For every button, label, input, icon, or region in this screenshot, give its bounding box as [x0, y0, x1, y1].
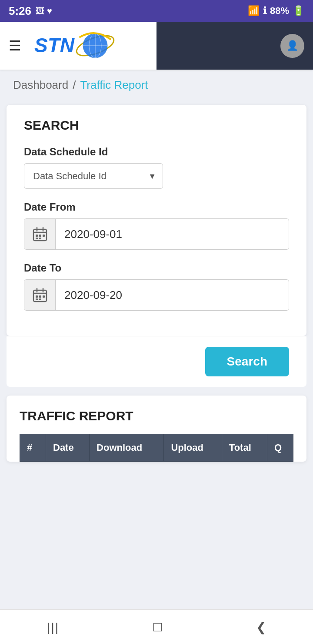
battery-icon: 🔋: [293, 5, 304, 17]
signal-icon: ℹ: [263, 5, 266, 17]
calendar-to-icon[interactable]: [24, 280, 56, 310]
date-to-group: Date To 2020-09-20: [24, 262, 289, 311]
col-header-download: Download: [90, 434, 164, 462]
nav-menu-button[interactable]: |||: [34, 614, 72, 639]
avatar[interactable]: 👤: [280, 34, 304, 58]
col-header-number: #: [20, 434, 46, 462]
nav-back-button[interactable]: ❮: [243, 614, 279, 639]
svg-rect-11: [36, 235, 38, 237]
logo: STN: [30, 30, 117, 61]
col-header-upload: Upload: [164, 434, 222, 462]
date-from-input[interactable]: 2020-09-01: [56, 221, 289, 248]
header-dark-area: 👤: [156, 22, 313, 70]
bottom-spacer: [0, 462, 313, 505]
back-chevron-icon: ❮: [256, 621, 266, 634]
svg-rect-15: [39, 238, 41, 239]
svg-rect-14: [36, 238, 38, 239]
svg-rect-22: [43, 295, 45, 298]
data-schedule-group: Data Schedule Id Data Schedule Id ▼: [24, 146, 289, 189]
svg-rect-24: [39, 299, 41, 300]
col-header-total: Total: [222, 434, 267, 462]
svg-rect-20: [36, 295, 38, 298]
date-from-group: Date From 2020-09-01: [24, 201, 289, 250]
svg-text:STN: STN: [34, 34, 75, 57]
col-header-q: Q: [267, 434, 293, 462]
svg-rect-12: [39, 235, 41, 237]
battery-level: 88%: [270, 5, 289, 17]
nav-home-button[interactable]: □: [140, 614, 175, 639]
header: ☰ STN 👤: [0, 22, 313, 70]
col-header-date: Date: [46, 434, 90, 462]
svg-rect-13: [43, 235, 45, 237]
search-button-area: Search: [7, 336, 306, 387]
search-card: SEARCH Data Schedule Id Data Schedule Id…: [7, 105, 306, 336]
status-left: 5:26 🖼 ♥: [9, 4, 52, 18]
wifi-icon: 📶: [248, 5, 260, 17]
date-to-wrapper: 2020-09-20: [24, 279, 289, 311]
svg-rect-21: [39, 295, 41, 298]
header-left: ☰ STN: [9, 30, 117, 61]
calendar-from-icon[interactable]: [24, 219, 56, 249]
data-schedule-select-wrapper: Data Schedule Id ▼: [24, 163, 163, 189]
status-time: 5:26: [9, 4, 31, 18]
bottom-nav: ||| □ ❮: [0, 609, 313, 644]
status-bar: 5:26 🖼 ♥ 📶 ℹ 88% 🔋: [0, 0, 313, 22]
menu-lines-icon: |||: [47, 621, 59, 634]
heart-icon: ♥: [47, 6, 52, 16]
search-title: SEARCH: [24, 118, 289, 133]
status-icons: 🖼 ♥: [36, 6, 52, 16]
data-schedule-select[interactable]: Data Schedule Id: [24, 163, 163, 189]
breadcrumb: Dashboard / Traffic Report: [0, 70, 313, 101]
photo-icon: 🖼: [36, 6, 44, 16]
traffic-report-title: TRAFFIC REPORT: [20, 409, 293, 423]
traffic-table: # Date Download Upload Total Q: [20, 434, 293, 462]
status-right: 📶 ℹ 88% 🔋: [248, 5, 304, 17]
avatar-icon: 👤: [286, 40, 298, 51]
search-button[interactable]: Search: [205, 347, 289, 376]
breadcrumb-current: Traffic Report: [80, 78, 148, 92]
date-to-input[interactable]: 2020-09-20: [56, 282, 289, 309]
breadcrumb-separator: /: [73, 78, 76, 92]
date-from-wrapper: 2020-09-01: [24, 218, 289, 250]
breadcrumb-dashboard[interactable]: Dashboard: [13, 78, 68, 92]
traffic-card: TRAFFIC REPORT # Date Download Upload To…: [7, 396, 306, 462]
table-container: # Date Download Upload Total Q: [20, 434, 293, 462]
hamburger-icon[interactable]: ☰: [9, 37, 21, 54]
date-from-label: Date From: [24, 201, 289, 213]
date-to-label: Date To: [24, 262, 289, 274]
table-header-row: # Date Download Upload Total Q: [20, 434, 293, 462]
svg-rect-23: [36, 299, 38, 300]
data-schedule-label: Data Schedule Id: [24, 146, 289, 158]
home-square-icon: □: [153, 619, 162, 634]
